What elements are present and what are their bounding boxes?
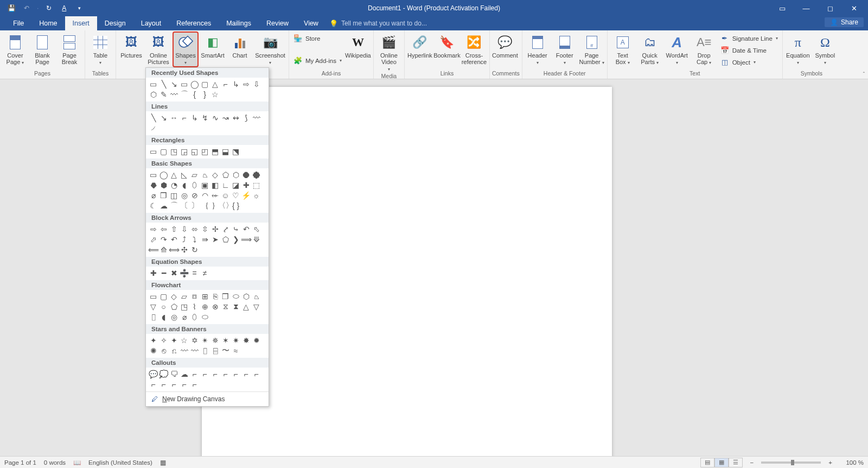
shape-scroll-v[interactable]: ⌷ bbox=[200, 345, 210, 356]
shape-pentagon[interactable]: ⬠ bbox=[220, 169, 231, 180]
shape-rect2[interactable]: ▭ bbox=[148, 146, 158, 156]
shape-moon[interactable]: ☾ bbox=[148, 200, 158, 211]
shape-elbow2[interactable]: ⌐ bbox=[179, 112, 189, 123]
tab-view[interactable]: View bbox=[296, 16, 326, 30]
tab-layout[interactable]: Layout bbox=[133, 16, 169, 30]
shape-fc-magnetic[interactable]: ⌀ bbox=[179, 312, 189, 322]
shape-callout-ab2[interactable]: ⌐ bbox=[179, 379, 189, 389]
shape-elbow-double[interactable]: ↯ bbox=[200, 112, 210, 123]
shape-decagon[interactable]: ⯂ bbox=[148, 180, 158, 190]
shape-rect[interactable]: ▭ bbox=[179, 79, 189, 89]
shape-snip2[interactable]: ◲ bbox=[179, 146, 189, 156]
shape-arrow-down[interactable]: ⇩ bbox=[251, 79, 261, 89]
shape-callout-border1[interactable]: ⌐ bbox=[251, 369, 261, 379]
shape-star24[interactable]: ✹ bbox=[251, 335, 261, 345]
shape-teardrop[interactable]: ⬯ bbox=[189, 180, 200, 190]
shape-arc2[interactable]: ⌒ bbox=[169, 200, 179, 211]
drop-cap-button[interactable]: A≡DropCap ▾ bbox=[691, 31, 717, 66]
view-web-layout[interactable]: ☰ bbox=[729, 458, 743, 467]
shape-freeform2[interactable]: ⟆ bbox=[241, 112, 251, 123]
shape-fc-connector[interactable]: ○ bbox=[158, 301, 169, 312]
hyperlink-button[interactable]: 🔗Hyperlink bbox=[407, 31, 433, 59]
shape-star[interactable]: ☆ bbox=[210, 89, 220, 99]
cross-reference-button[interactable]: 🔀Cross-reference bbox=[461, 31, 487, 65]
shape-bracket-pair[interactable]: 〈〉 bbox=[220, 200, 231, 211]
shape-fold[interactable]: ⬰ bbox=[210, 190, 220, 200]
zoom-slider[interactable] bbox=[761, 461, 821, 464]
shape-donut[interactable]: ◎ bbox=[179, 190, 189, 200]
shape-fc-manual[interactable]: ⏢ bbox=[251, 291, 261, 301]
shape-callout-accent3[interactable]: ⌐ bbox=[241, 369, 251, 379]
shape-no[interactable]: ⊘ bbox=[189, 190, 200, 200]
shape-callout-accent2[interactable]: ⌐ bbox=[231, 369, 241, 379]
shape-arr-bent[interactable]: ⤷ bbox=[231, 224, 241, 234]
footer-button[interactable]: Footer▾ bbox=[552, 31, 578, 66]
ribbon-options-icon[interactable]: ▭ bbox=[776, 4, 789, 12]
shape-fc-manual-op[interactable]: ▽ bbox=[148, 301, 158, 312]
shape-diag-stripe[interactable]: ◪ bbox=[231, 180, 241, 190]
shape-arrow-line[interactable]: ↘ bbox=[169, 79, 179, 89]
shape-arr-notched[interactable]: ➤ bbox=[210, 234, 220, 244]
wordart-button[interactable]: AWordArt▾ bbox=[664, 31, 690, 66]
shape-fc-delay[interactable]: ◖ bbox=[158, 312, 169, 322]
shape-fc-or[interactable]: ⊗ bbox=[210, 301, 220, 312]
shape-arr-callout-quad[interactable]: ✣ bbox=[179, 244, 189, 255]
shape-arr-curve-u[interactable]: ⤴ bbox=[179, 234, 189, 244]
shape-mult[interactable]: ✖ bbox=[169, 268, 179, 278]
shape-elbow-arrow[interactable]: ↳ bbox=[231, 79, 241, 89]
save-icon[interactable]: 💾 bbox=[7, 3, 16, 13]
shape-minus[interactable]: ━ bbox=[158, 268, 169, 278]
shape-star5[interactable]: ☆ bbox=[179, 335, 189, 345]
shape-elbow[interactable]: ⌐ bbox=[220, 79, 231, 89]
shape-brace-l[interactable]: ｛ bbox=[200, 200, 210, 211]
shape-fc-merge[interactable]: ▽ bbox=[251, 301, 261, 312]
shape-fc-doc[interactable]: ⎘ bbox=[210, 291, 220, 301]
shape-arr-r[interactable]: ⇨ bbox=[148, 224, 158, 234]
shape-curve[interactable]: 〰 bbox=[169, 89, 179, 99]
shape-fc-seq[interactable]: ◎ bbox=[169, 312, 179, 322]
view-read-mode[interactable]: ▤ bbox=[700, 458, 714, 467]
shape-bracket-r[interactable]: 〕 bbox=[189, 200, 200, 211]
shape-callout-accent1[interactable]: ⌐ bbox=[220, 369, 231, 379]
online-pictures-button[interactable]: 🖼OnlinePictures bbox=[145, 31, 171, 65]
shape-arr-quad[interactable]: ✢ bbox=[210, 224, 220, 234]
close-icon[interactable]: ✕ bbox=[847, 4, 860, 12]
my-addins-button[interactable]: 🧩My Add-ins ▾ bbox=[293, 55, 342, 66]
shape-arr-circular[interactable]: ↻ bbox=[189, 244, 200, 255]
shape-explosion2[interactable]: ✧ bbox=[158, 335, 169, 345]
shape-freeform3[interactable]: ⟋ bbox=[148, 123, 158, 133]
shape-tri-iso[interactable]: △ bbox=[169, 169, 179, 180]
shape-brace-left[interactable]: { bbox=[189, 89, 200, 99]
shape-arr-lr[interactable]: ⬄ bbox=[189, 224, 200, 234]
shape-callout-oval[interactable]: 🗨 bbox=[169, 369, 179, 379]
shape-line-arrow[interactable]: ↘ bbox=[158, 112, 169, 123]
signature-line-button[interactable]: ✒Signature Line ▾ bbox=[720, 33, 778, 44]
shape-round1[interactable]: ⬒ bbox=[210, 146, 220, 156]
proofing-icon[interactable]: 📖 bbox=[73, 459, 81, 466]
shape-ribbon-curved-down[interactable]: 〰 bbox=[189, 345, 200, 356]
shape-star6[interactable]: ✡ bbox=[189, 335, 200, 345]
shape-arrow-right[interactable]: ⇨ bbox=[241, 79, 251, 89]
shape-hexagon2[interactable]: ⬡ bbox=[231, 169, 241, 180]
shape-half-frame[interactable]: ◧ bbox=[210, 180, 220, 190]
shape-hexagon[interactable]: ⬡ bbox=[148, 89, 158, 99]
shape-curve-double[interactable]: ↭ bbox=[231, 112, 241, 123]
wikipedia-button[interactable]: WWikipedia bbox=[345, 31, 371, 59]
shape-arr-striped[interactable]: ⇛ bbox=[200, 234, 210, 244]
shape-fc-internal[interactable]: ⊞ bbox=[200, 291, 210, 301]
status-language[interactable]: English (United States) bbox=[88, 459, 152, 466]
redo-icon[interactable]: ↻ bbox=[44, 3, 54, 13]
shape-diamond[interactable]: ◇ bbox=[210, 169, 220, 180]
online-video-button[interactable]: 🎬OnlineVideo▾ bbox=[376, 31, 402, 73]
shape-scroll-h[interactable]: ⌸ bbox=[210, 345, 220, 356]
shape-arr-leftup[interactable]: ⬁ bbox=[251, 224, 261, 234]
shape-fc-sum[interactable]: ⊕ bbox=[200, 301, 210, 312]
shape-snipround[interactable]: ◰ bbox=[200, 146, 210, 156]
shape-fc-collate[interactable]: ⧖ bbox=[220, 301, 231, 312]
shape-fc-tape[interactable]: ⌇ bbox=[189, 301, 200, 312]
shape-arr-lru[interactable]: ⤤ bbox=[220, 224, 231, 234]
shape-div[interactable]: ➗ bbox=[179, 268, 189, 278]
shape-oval[interactable]: ◯ bbox=[189, 79, 200, 89]
shape-roundrect[interactable]: ▢ bbox=[200, 79, 210, 89]
shape-arr-callout-d[interactable]: ⟱ bbox=[251, 234, 261, 244]
